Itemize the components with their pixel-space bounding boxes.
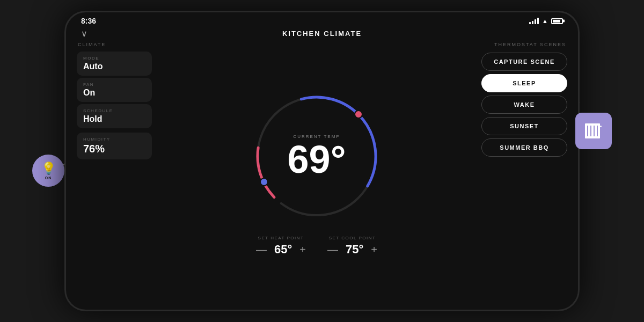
- top-nav: ∨ KITCHEN CLIMATE: [66, 27, 578, 42]
- cool-decrease-button[interactable]: —: [327, 244, 338, 255]
- setpoints-row: SET HEAT POINT — 65° + SET COOL POINT — …: [256, 236, 377, 257]
- climate-label: CLIMATE: [77, 42, 152, 47]
- scenes-label: THERMOSTAT SCENES: [481, 42, 567, 47]
- heat-label: SET HEAT POINT: [258, 236, 304, 240]
- cool-increase-button[interactable]: +: [371, 244, 377, 255]
- dial-container: CURRENT TEMP 69°: [247, 86, 386, 226]
- schedule-value: Hold: [83, 114, 145, 124]
- bulb-icon: 💡: [41, 162, 56, 175]
- svg-point-13: [260, 178, 268, 186]
- capture-scene-button[interactable]: CAPTURE SCENE: [481, 53, 567, 71]
- svg-rect-5: [595, 125, 597, 137]
- mode-card[interactable]: MODE Auto: [77, 52, 152, 76]
- mode-label: MODE: [83, 56, 145, 61]
- svg-rect-8: [585, 136, 600, 138]
- svg-rect-7: [585, 123, 600, 126]
- summer-bbq-scene-button[interactable]: SUMMER BBQ: [481, 138, 567, 157]
- heat-setpoint: SET HEAT POINT — 65° +: [256, 236, 306, 257]
- sunset-scene-button[interactable]: SUNSET: [481, 117, 567, 135]
- fan-label: FAN: [83, 82, 145, 87]
- left-device-bubble[interactable]: 💡 ON: [32, 155, 64, 187]
- heat-value: 65°: [274, 243, 292, 257]
- cool-value: 75°: [346, 243, 363, 257]
- device-on-label: ON: [45, 176, 52, 180]
- svg-rect-2: [585, 125, 587, 137]
- tablet: 8:36 ▲ ∨ KITCHEN CLIMATE CLIMATE MODE Au…: [64, 11, 580, 311]
- schedule-label: SCHEDULE: [83, 108, 145, 113]
- svg-point-14: [355, 111, 362, 118]
- sleep-scene-button[interactable]: SLEEP: [481, 74, 567, 92]
- scenes-panel: THERMOSTAT SCENES CAPTURE SCENE SLEEP WA…: [481, 42, 567, 301]
- schedule-card[interactable]: SCHEDULE Hold: [77, 104, 152, 128]
- temp-display: CURRENT TEMP 69°: [288, 134, 346, 179]
- humidity-value: 76%: [83, 143, 145, 155]
- battery-icon: [551, 18, 563, 24]
- climate-panel: CLIMATE MODE Auto FAN On SCHEDULE Hold H…: [77, 42, 152, 301]
- fan-value: On: [83, 88, 145, 98]
- thermostat-panel: CURRENT TEMP 69° SET HEAT POINT — 65° + …: [157, 42, 476, 301]
- cool-setpoint: SET COOL POINT — 75° +: [327, 236, 377, 257]
- signal-icon: [529, 18, 539, 24]
- fan-card[interactable]: FAN On: [77, 78, 152, 102]
- page-title: KITCHEN CLIMATE: [282, 30, 362, 38]
- svg-rect-3: [588, 125, 590, 137]
- heat-decrease-button[interactable]: —: [256, 244, 267, 255]
- wake-scene-button[interactable]: WAKE: [481, 96, 567, 114]
- chevron-down-icon[interactable]: ∨: [81, 28, 87, 39]
- humidity-label: HUMIDITY: [83, 137, 145, 142]
- mode-value: Auto: [83, 62, 145, 71]
- heat-increase-button[interactable]: +: [299, 244, 306, 255]
- radiator-icon: [584, 121, 603, 141]
- time-display: 8:36: [81, 17, 96, 25]
- humidity-card: HUMIDITY 76%: [77, 133, 152, 159]
- status-bar: 8:36 ▲: [66, 12, 578, 27]
- svg-rect-4: [591, 125, 594, 137]
- svg-rect-9: [600, 126, 602, 127]
- svg-rect-6: [598, 125, 600, 137]
- right-device-bubble[interactable]: [575, 113, 612, 149]
- wifi-icon: ▲: [542, 18, 548, 24]
- cool-label: SET COOL POINT: [329, 236, 376, 240]
- current-temp-value: 69°: [288, 138, 346, 181]
